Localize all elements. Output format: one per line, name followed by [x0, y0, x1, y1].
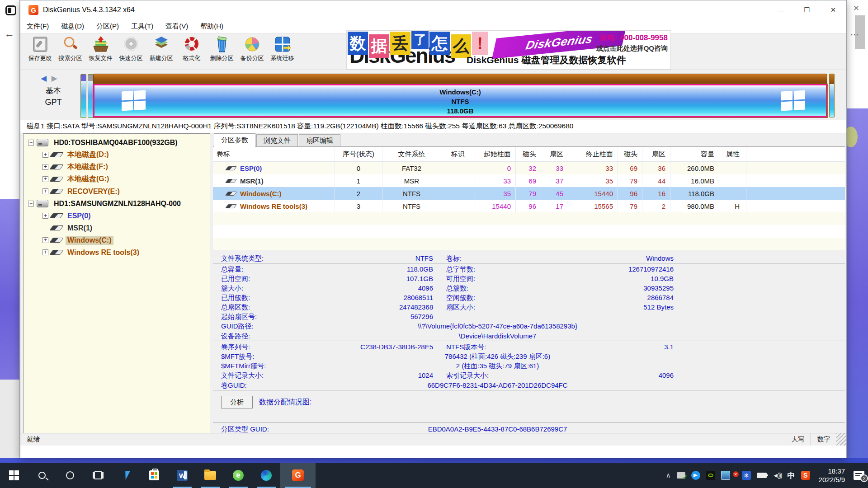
expander-icon[interactable] — [42, 213, 48, 219]
detail-value: NTFS — [321, 253, 433, 263]
new-partition-button[interactable]: 新建分区 — [146, 35, 176, 69]
tree-item[interactable]: ESP(0) — [24, 210, 210, 222]
prev-disk-arrow-icon[interactable]: ◀ — [41, 74, 47, 83]
analyze-button[interactable]: 分析 — [221, 396, 253, 408]
action-center-icon[interactable]: 2 — [854, 471, 864, 480]
expander-icon[interactable] — [42, 152, 48, 158]
menu-item[interactable]: 查看(V) — [165, 22, 188, 31]
column-header[interactable]: 起始柱面 — [475, 147, 516, 161]
column-header[interactable]: 磁头 — [618, 147, 642, 161]
promo-banner[interactable]: DiskGenius 数据丢了怎么！ DiskGenius 致电: 400-00… — [346, 30, 671, 70]
detail-value: 247482368 — [321, 302, 433, 312]
snowflake-icon[interactable]: ❄ — [742, 471, 751, 480]
expander-icon[interactable] — [42, 164, 48, 170]
detail-label: 分区类型 GUID: — [213, 424, 321, 434]
allocation-map-caption: 数据分配情况图: — [259, 398, 311, 407]
tree-item[interactable]: 本地磁盘(G:) — [24, 173, 210, 185]
column-header[interactable]: 卷标 — [213, 147, 335, 161]
tab[interactable]: 扇区编辑 — [299, 134, 340, 146]
expander-icon[interactable] — [28, 140, 34, 145]
menu-item[interactable]: 分区(P) — [96, 22, 119, 31]
minimize-button[interactable]: — — [768, 0, 794, 19]
expander-icon[interactable] — [28, 201, 34, 206]
taskbar-clock[interactable]: 18:37 2022/5/9 — [816, 467, 848, 484]
cell-index: 1 — [335, 174, 382, 187]
table-row[interactable]: ESP(0) 0 FAT32 0 32 33 33 69 36 260.0MB — [213, 162, 845, 174]
menu-item[interactable]: 帮助(H) — [200, 22, 223, 31]
messenger-icon[interactable] — [691, 471, 700, 480]
tab[interactable]: 分区参数 — [214, 133, 255, 147]
tree-item[interactable]: 本地磁盘(D:) — [24, 149, 210, 161]
windows-re-partition-bar[interactable] — [829, 74, 835, 117]
column-header[interactable]: 扇区 — [541, 147, 568, 161]
browser-360-button[interactable]: e — [224, 463, 252, 488]
expander-icon[interactable] — [42, 188, 48, 194]
drive-icon — [49, 250, 64, 255]
windows-c-partition-bar[interactable]: Windows(C:) NTFS 118.0GB — [93, 84, 827, 117]
resize-grip[interactable] — [836, 433, 846, 446]
flash-app-button[interactable] — [112, 463, 140, 488]
tree-item[interactable]: MSR(1) — [24, 222, 210, 234]
search-partition-button[interactable]: 搜索分区 — [55, 35, 85, 69]
sogou-icon[interactable]: S — [801, 471, 810, 480]
maximize-button[interactable]: ☐ — [794, 0, 820, 19]
esp-partition-bar[interactable] — [80, 74, 86, 118]
column-header[interactable]: 文件系统 — [382, 147, 441, 161]
titlebar: G DiskGenius V5.4.3.1342 x64 — ☐ ✕ — [20, 0, 846, 19]
tree-item[interactable]: 本地磁盘(F:) — [24, 161, 210, 173]
next-disk-arrow-icon[interactable]: ▶ — [52, 74, 57, 83]
diskgenius-taskbar-button[interactable]: G — [280, 463, 316, 488]
tree-item[interactable]: RECOVERY(E:) — [24, 185, 210, 197]
toolbar-button-label: 搜索分区 — [59, 54, 82, 62]
column-header[interactable]: 属性 — [719, 147, 746, 161]
recover-files-button[interactable]: 恢复文件 — [85, 35, 116, 69]
table-row[interactable]: MSR(1) 1 MSR 33 69 37 35 79 44 16.0MB — [213, 174, 845, 187]
delete-partition-button[interactable]: 删除分区 — [207, 35, 237, 69]
expander-icon[interactable] — [42, 176, 48, 182]
banner-qq-link[interactable]: 或点击此处选择QQ咨询 — [596, 44, 668, 53]
backup-partition-button[interactable]: 备份分区 — [237, 35, 267, 69]
column-header[interactable]: 标识 — [441, 147, 475, 161]
task-view-button[interactable] — [84, 463, 112, 488]
close-button[interactable]: ✕ — [820, 0, 846, 19]
taskbar-search-button[interactable] — [28, 463, 56, 488]
edge-button[interactable] — [252, 463, 280, 488]
volume-icon[interactable]: ◄))) — [773, 472, 782, 479]
nvidia-icon[interactable] — [706, 471, 715, 480]
tree-item[interactable]: Windows(C:) — [24, 234, 210, 246]
word-button[interactable]: W — [168, 463, 196, 488]
tree-item[interactable]: Windows RE tools(3) — [24, 246, 210, 258]
column-header[interactable]: 容量 — [670, 147, 719, 161]
partition-type-section: 分区类型 GUID: EBD0A0A2-B9E5-4433-87C0-68B6B… — [213, 422, 845, 434]
column-header[interactable]: 磁头 — [516, 147, 541, 161]
start-button[interactable] — [0, 463, 28, 488]
menu-item[interactable]: 文件(F) — [27, 22, 49, 31]
microsoft-store-button[interactable] — [140, 463, 168, 488]
table-row[interactable]: Windows(C:) 2 NTFS 35 79 45 15440 96 16 … — [213, 187, 845, 200]
printer-status-icon[interactable] — [677, 472, 685, 479]
menu-item[interactable]: 工具(T) — [131, 22, 153, 31]
quick-partition-button[interactable]: 快速分区 — [116, 35, 146, 69]
column-header[interactable]: 扇区 — [642, 147, 670, 161]
ime-indicator[interactable]: 中 — [788, 470, 795, 481]
format-button[interactable]: 格式化 — [176, 35, 207, 69]
system-migration-button[interactable]: 系统迁移 — [267, 35, 297, 69]
detail-label: NTFS版本号: — [446, 342, 528, 352]
intel-graphics-icon[interactable] — [721, 471, 730, 480]
column-header[interactable]: 终止柱面 — [568, 147, 618, 161]
tree-item[interactable]: HD0:TOSHIBAMQ04ABF100(932GB) — [24, 136, 210, 149]
show-hidden-icons-chevron[interactable]: ∧ — [666, 471, 671, 479]
expander-icon[interactable] — [42, 237, 48, 243]
tab[interactable]: 浏览文件 — [256, 134, 298, 146]
menu-item[interactable]: 磁盘(D) — [61, 22, 84, 31]
tree-item-label: MSR(1) — [66, 224, 94, 233]
tree-item[interactable]: HD1:SAMSUNGMZNLN128HAHQ-000 — [24, 197, 210, 210]
cortana-button[interactable] — [56, 463, 84, 488]
file-explorer-button[interactable] — [196, 463, 224, 488]
battery-icon[interactable] — [757, 473, 767, 478]
save-changes-button[interactable]: 保存更改 — [25, 35, 55, 69]
expander-icon[interactable] — [42, 249, 48, 255]
table-row[interactable]: Windows RE tools(3) 3 NTFS 15440 96 17 1… — [213, 200, 845, 212]
background-window-right: ✕ ⋯ — [847, 0, 868, 458]
column-header[interactable]: 序号(状态) — [335, 147, 382, 161]
